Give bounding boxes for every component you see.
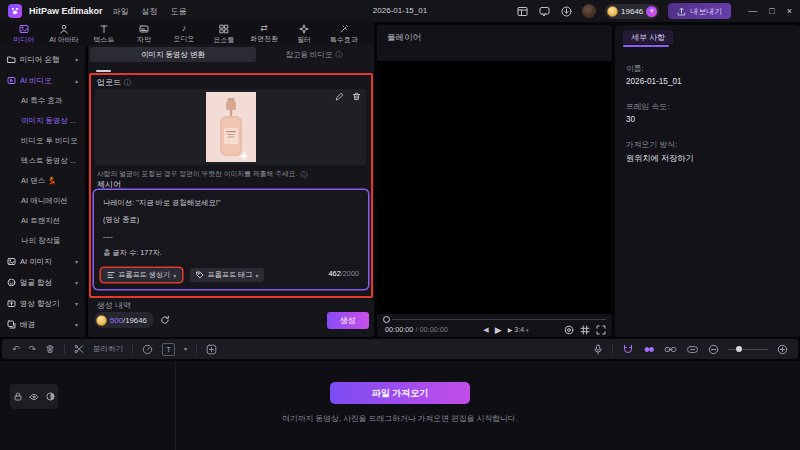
tab-text[interactable]: 텍스트 bbox=[84, 24, 124, 45]
prompt-generator-button[interactable]: 프롬프트 생성기 ▾ bbox=[101, 268, 182, 282]
close-button[interactable]: × bbox=[787, 0, 792, 22]
tag-icon bbox=[196, 271, 204, 279]
effects-icon bbox=[339, 24, 349, 34]
tab-ai-avatar[interactable]: AI 아바타 bbox=[44, 24, 84, 45]
sidebar-item-text-to-video[interactable]: 텍스트 동영상 ... bbox=[0, 151, 85, 171]
keyframe-icon[interactable] bbox=[686, 344, 699, 355]
tab-subtitle[interactable]: 자막 bbox=[124, 24, 164, 45]
edit-image-icon[interactable] bbox=[335, 92, 344, 101]
redo-icon[interactable]: ↷ bbox=[29, 345, 37, 354]
track-header-divider bbox=[175, 361, 176, 450]
transition-icon: ⇄ bbox=[260, 24, 268, 33]
sidebar-group-ai-image[interactable]: AI 이미지 ▾ bbox=[0, 251, 85, 272]
info-icon: ⓘ bbox=[301, 171, 308, 178]
sidebar-group-media-bank[interactable]: 미디어 은행 ▾ bbox=[0, 49, 85, 70]
add-marker-icon[interactable] bbox=[206, 344, 217, 355]
player-panel: 플레이어 00:00:00 / 00:00:00 ◀ ▶ ▶ 3:4 ▾ bbox=[377, 25, 612, 337]
feedback-icon[interactable] bbox=[538, 5, 551, 18]
zoom-slider-knob[interactable] bbox=[736, 346, 742, 352]
delete-icon[interactable] bbox=[45, 344, 55, 354]
delete-image-icon[interactable] bbox=[352, 92, 361, 101]
export-button[interactable]: 내보내기 bbox=[668, 3, 731, 19]
tab-elements[interactable]: 요소들 bbox=[204, 24, 244, 45]
fullscreen-icon[interactable] bbox=[596, 325, 606, 335]
maximize-button[interactable]: □ bbox=[769, 0, 774, 22]
info-icon: ⓘ bbox=[124, 79, 131, 86]
snap-icon[interactable] bbox=[622, 344, 634, 355]
menu-settings[interactable]: 설정 bbox=[139, 6, 161, 17]
speed-icon[interactable] bbox=[142, 344, 153, 355]
add-credits-button[interactable]: + bbox=[646, 6, 657, 17]
undo-icon[interactable]: ↶ bbox=[12, 345, 20, 354]
split-icon[interactable] bbox=[74, 344, 84, 354]
refresh-icon[interactable] bbox=[160, 315, 170, 325]
audio-icon: ♪ bbox=[182, 24, 187, 33]
tab-filter[interactable]: 필터 bbox=[284, 24, 324, 45]
sidebar-item-ai-dance[interactable]: AI 댄스 💃 bbox=[0, 171, 85, 191]
video-preview[interactable] bbox=[377, 61, 612, 314]
sidebar-item-video-to-video[interactable]: 비디오 투 비디오 bbox=[0, 131, 85, 151]
snapshot-icon[interactable] bbox=[564, 325, 574, 335]
minimize-button[interactable]: — bbox=[748, 0, 757, 22]
aspect-ratio-select[interactable]: ▶ 3:4 ▾ bbox=[508, 326, 529, 333]
import-files-button[interactable]: 파일 가져오기 bbox=[330, 382, 470, 404]
tab-effects[interactable]: 특수효과 bbox=[324, 24, 364, 45]
tab-image-to-video-convert[interactable]: 이미지 동영상 변환 bbox=[90, 47, 256, 62]
sidebar-item-my-creations[interactable]: 나의 창작물 bbox=[0, 231, 85, 251]
upload-hint-text: 사람의 얼굴이 포함된 경우 정면이 뚜렷한 이미지를 제출해 주세요. bbox=[97, 169, 298, 179]
zoom-in-icon[interactable] bbox=[777, 344, 788, 355]
split-label[interactable]: 분리하기 bbox=[93, 344, 123, 354]
app-logo-icon bbox=[8, 4, 22, 18]
upload-dropzone[interactable] bbox=[95, 89, 366, 165]
sidebar-group-background[interactable]: 배경 ▾ bbox=[0, 314, 85, 335]
sidebar-group-face-swap[interactable]: 얼굴 합성 ▾ bbox=[0, 272, 85, 293]
voiceover-mic-icon[interactable] bbox=[593, 344, 603, 355]
avatar-icon bbox=[59, 24, 69, 34]
titlebar: HitPaw Edimakor 파일 설정 도움 2026-01-15_01 1… bbox=[0, 0, 800, 22]
download-icon[interactable] bbox=[560, 5, 573, 18]
seek-track[interactable] bbox=[392, 319, 606, 320]
chevron-down-icon[interactable]: ▾ bbox=[184, 346, 187, 352]
prompt-textarea[interactable]: 나레이션: "지금 바로 경험해보세요!" (영상 종료) ---- 총 글자 … bbox=[93, 189, 369, 290]
seek-bar[interactable] bbox=[383, 316, 606, 323]
grid-icon[interactable] bbox=[580, 325, 590, 335]
zoom-out-icon[interactable] bbox=[708, 344, 719, 355]
tab-reference-video[interactable]: 참고용 비디오 ⓘ bbox=[256, 50, 372, 60]
playhead-knob[interactable] bbox=[383, 316, 390, 323]
play-button[interactable]: ▶ bbox=[495, 325, 502, 335]
track-mute-icon[interactable] bbox=[46, 392, 55, 401]
char-counter: 462/2000 bbox=[329, 269, 359, 278]
sidebar-item-image-to-video[interactable]: 이미지 동영상 ... bbox=[0, 111, 85, 131]
menu-file[interactable]: 파일 bbox=[110, 6, 132, 17]
face-swap-icon bbox=[7, 278, 16, 287]
tab-media[interactable]: 미디어 bbox=[4, 24, 44, 45]
lock-icon[interactable] bbox=[14, 392, 22, 401]
menu-help[interactable]: 도움 bbox=[168, 6, 190, 17]
sidebar-group-ai-video[interactable]: AI 비디오 ▴ bbox=[0, 70, 85, 91]
tab-transition[interactable]: ⇄ 화면전환 bbox=[244, 24, 284, 44]
tab-label: 이미지 동영상 변환 bbox=[141, 50, 205, 60]
eye-icon[interactable] bbox=[29, 393, 39, 401]
text-tool-button[interactable]: T bbox=[162, 343, 175, 356]
elements-icon bbox=[219, 24, 229, 34]
tab-audio[interactable]: ♪ 오디오 bbox=[164, 24, 204, 44]
prompt-line: (영상 종료) bbox=[103, 215, 139, 225]
prompt-line: ---- bbox=[103, 232, 113, 241]
prompt-tags-button[interactable]: 프롬프트 태그 ▾ bbox=[190, 268, 264, 282]
generate-button[interactable]: 생성 bbox=[327, 312, 369, 329]
timeline-area[interactable]: 파일 가져오기 여기까지 동영상, 사진을 드래그하거나 가져오면 편집을 시작… bbox=[0, 361, 800, 450]
sidebar-group-video-enhancer[interactable]: 영상 향상기 ▾ bbox=[0, 293, 85, 314]
tab-details[interactable]: 세부 사항 bbox=[623, 30, 673, 44]
user-avatar[interactable] bbox=[582, 4, 596, 18]
sidebar-item-ai-animation[interactable]: AI 애니메이션 bbox=[0, 191, 85, 211]
coin-icon bbox=[96, 315, 107, 326]
export-label: 내보내기 bbox=[690, 6, 722, 17]
timeline-zoom-slider[interactable] bbox=[728, 349, 768, 350]
auto-ripple-icon[interactable] bbox=[643, 344, 655, 355]
sidebar-item-ai-transition[interactable]: AI 트랜지션 bbox=[0, 211, 85, 231]
link-icon[interactable] bbox=[664, 344, 677, 355]
prev-frame-button[interactable]: ◀ bbox=[483, 326, 488, 334]
credits-balance[interactable]: 19646 + bbox=[605, 4, 659, 19]
sidebar-item-ai-effects[interactable]: AI 특수 효과 bbox=[0, 91, 85, 111]
layout-icon[interactable] bbox=[516, 5, 529, 18]
